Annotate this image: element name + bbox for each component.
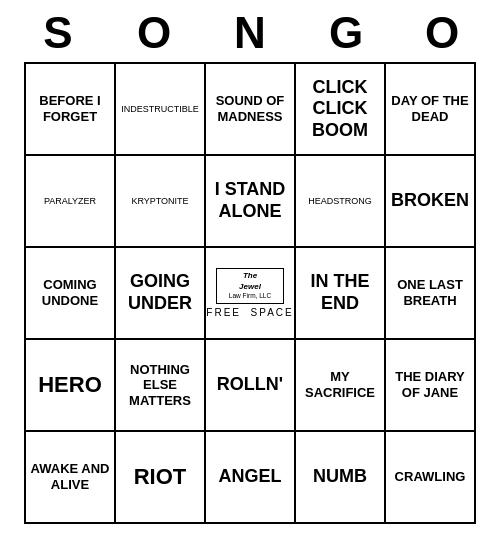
bingo-cell-3: CLICK CLICK BOOM [296, 64, 386, 156]
cell-text-22: ANGEL [219, 466, 282, 488]
bingo-cell-12: TheJewel Law Firm, LLC FREE SPACE [206, 248, 296, 340]
bingo-cell-23: NUMB [296, 432, 386, 524]
cell-text-24: CRAWLING [395, 469, 466, 485]
cell-text-1: INDESTRUCTIBLE [121, 104, 199, 115]
cell-text-0: BEFORE I FORGET [30, 93, 110, 124]
cell-text-6: KRYPTONITE [131, 196, 188, 207]
free-label: FREE SPACE [206, 307, 293, 318]
bingo-cell-22: ANGEL [206, 432, 296, 524]
bingo-cell-7: I STAND ALONE [206, 156, 296, 248]
bingo-cell-10: COMING UNDONE [26, 248, 116, 340]
bingo-cell-5: PARALYZER [26, 156, 116, 248]
free-space: TheJewel Law Firm, LLC FREE SPACE [210, 252, 290, 334]
bingo-cell-11: GOING UNDER [116, 248, 206, 340]
cell-text-3: CLICK CLICK BOOM [300, 77, 380, 142]
bingo-cell-16: NOTHING ELSE MATTERS [116, 340, 206, 432]
cell-text-18: MY SACRIFICE [300, 369, 380, 400]
cell-text-14: ONE LAST BREATH [390, 277, 470, 308]
bingo-header: S O N G O [10, 8, 490, 58]
cell-text-8: HEADSTRONG [308, 196, 372, 207]
cell-text-7: I STAND ALONE [210, 179, 290, 222]
cell-text-2: SOUND OF MADNESS [210, 93, 290, 124]
cell-text-21: RIOT [134, 464, 187, 490]
jewel-logo: TheJewel Law Firm, LLC [216, 268, 284, 303]
letter-s: S [13, 8, 103, 58]
bingo-cell-1: INDESTRUCTIBLE [116, 64, 206, 156]
cell-text-19: THE DIARY OF JANE [390, 369, 470, 400]
bingo-cell-20: AWAKE AND ALIVE [26, 432, 116, 524]
cell-text-9: BROKEN [391, 190, 469, 212]
cell-text-4: DAY OF THE DEAD [390, 93, 470, 124]
cell-text-20: AWAKE AND ALIVE [30, 461, 110, 492]
cell-text-17: ROLLN' [217, 374, 283, 396]
jewel-title: TheJewel [221, 271, 279, 292]
bingo-cell-0: BEFORE I FORGET [26, 64, 116, 156]
bingo-cell-13: IN THE END [296, 248, 386, 340]
bingo-cell-14: ONE LAST BREATH [386, 248, 476, 340]
bingo-cell-15: HERO [26, 340, 116, 432]
bingo-cell-19: THE DIARY OF JANE [386, 340, 476, 432]
cell-text-15: HERO [38, 372, 102, 398]
bingo-cell-21: RIOT [116, 432, 206, 524]
cell-text-5: PARALYZER [44, 196, 96, 207]
letter-o2: O [397, 8, 487, 58]
cell-text-16: NOTHING ELSE MATTERS [120, 362, 200, 409]
cell-text-23: NUMB [313, 466, 367, 488]
jewel-sub: Law Firm, LLC [221, 292, 279, 300]
bingo-cell-6: KRYPTONITE [116, 156, 206, 248]
cell-text-10: COMING UNDONE [30, 277, 110, 308]
cell-text-13: IN THE END [300, 271, 380, 314]
bingo-cell-24: CRAWLING [386, 432, 476, 524]
letter-g: G [301, 8, 391, 58]
cell-text-11: GOING UNDER [120, 271, 200, 314]
bingo-cell-8: HEADSTRONG [296, 156, 386, 248]
bingo-cell-17: ROLLN' [206, 340, 296, 432]
letter-n: N [205, 8, 295, 58]
bingo-cell-2: SOUND OF MADNESS [206, 64, 296, 156]
bingo-grid: BEFORE I FORGETINDESTRUCTIBLESOUND OF MA… [24, 62, 476, 524]
bingo-cell-4: DAY OF THE DEAD [386, 64, 476, 156]
bingo-cell-18: MY SACRIFICE [296, 340, 386, 432]
letter-o: O [109, 8, 199, 58]
bingo-cell-9: BROKEN [386, 156, 476, 248]
